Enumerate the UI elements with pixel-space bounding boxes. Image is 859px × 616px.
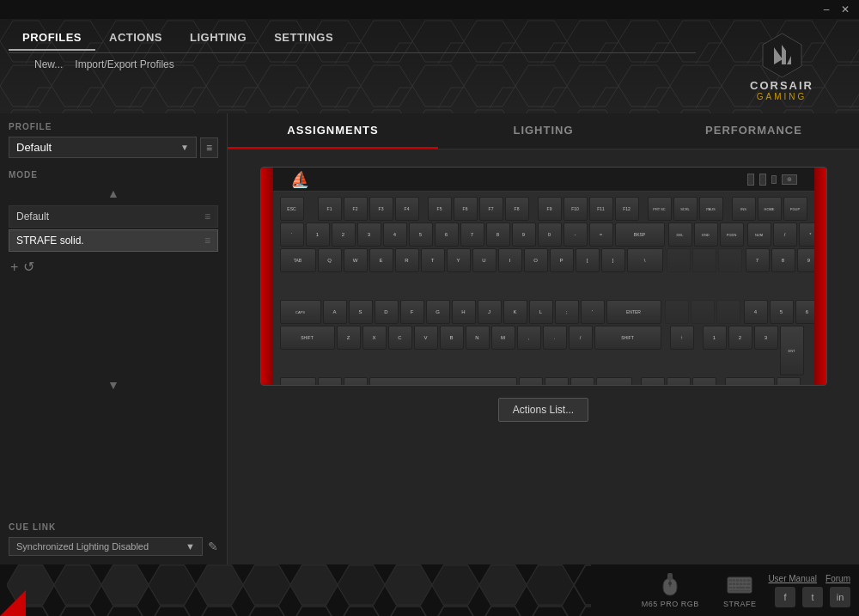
linkedin-icon[interactable]: in (830, 587, 850, 607)
key-left[interactable]: ← (641, 377, 665, 386)
tab-lighting[interactable]: LIGHTING (176, 26, 260, 51)
key-h[interactable]: H (452, 300, 476, 324)
key-g[interactable]: G (426, 300, 450, 324)
key-ins[interactable]: INS (732, 197, 756, 221)
mode-down-button[interactable]: ▼ (9, 378, 218, 392)
key-num5[interactable]: 5 (770, 300, 794, 324)
key-x[interactable]: X (362, 326, 387, 350)
key-r[interactable]: R (395, 248, 419, 272)
profile-dropdown[interactable]: Default ▼ (9, 137, 197, 158)
key-enter[interactable]: ENTER (606, 300, 661, 324)
key-i[interactable]: I (498, 248, 522, 272)
key-semicolon[interactable]: ; (555, 300, 579, 324)
key-lshift[interactable]: SHIFT (280, 326, 335, 350)
key-f3[interactable]: F3 (369, 197, 393, 221)
key-up[interactable]: ↑ (670, 326, 694, 350)
device-thumb-keyboard[interactable]: STRAFE (711, 572, 769, 608)
key-nav-sp2[interactable] (691, 300, 715, 324)
key-f10[interactable]: F10 (564, 197, 588, 221)
key-u[interactable]: U (472, 248, 497, 272)
key-comma[interactable]: , (517, 326, 541, 350)
key-nav-sp1[interactable] (665, 300, 689, 324)
key-minus[interactable]: - (564, 223, 588, 247)
key-7[interactable]: 7 (460, 223, 484, 247)
key-f[interactable]: F (400, 300, 424, 324)
key-num4[interactable]: 4 (744, 300, 768, 324)
key-period[interactable]: . (543, 326, 567, 350)
key-f9[interactable]: F9 (538, 197, 562, 221)
key-nav-pgdn[interactable] (718, 248, 742, 272)
key-v[interactable]: V (414, 326, 438, 350)
key-b[interactable]: B (440, 326, 464, 350)
key-5[interactable]: 5 (409, 223, 433, 247)
key-s[interactable]: S (349, 300, 373, 324)
key-n[interactable]: N (466, 326, 490, 350)
refresh-mode-button[interactable]: ↺ (23, 259, 34, 275)
key-quote[interactable]: ' (581, 300, 605, 324)
actions-list-button[interactable]: Actions List... (498, 398, 588, 422)
key-3[interactable]: 3 (357, 223, 381, 247)
key-numminus[interactable]: - (825, 223, 827, 247)
key-scrl[interactable]: SCRL (673, 197, 698, 221)
key-y[interactable]: Y (447, 248, 471, 272)
key-nav-sp3[interactable] (716, 300, 740, 324)
key-num3[interactable]: 3 (754, 326, 778, 350)
key-8[interactable]: 8 (486, 223, 510, 247)
sub-nav-import-export[interactable]: Import/Export Profiles (75, 58, 174, 70)
key-f1[interactable]: F1 (318, 197, 342, 221)
mode-item-default[interactable]: Default ≡ (9, 205, 218, 228)
key-pgdn[interactable]: PGDN (720, 223, 744, 247)
cue-edit-button[interactable]: ✎ (208, 540, 218, 553)
key-numdiv[interactable]: / (773, 223, 797, 247)
key-e[interactable]: E (369, 248, 393, 272)
add-mode-button[interactable]: + (10, 259, 18, 275)
tab-assignments[interactable]: ASSIGNMENTS (228, 113, 438, 149)
key-a[interactable]: A (323, 300, 347, 324)
key-paus[interactable]: PAUS (699, 197, 723, 221)
key-f4[interactable]: F4 (395, 197, 419, 221)
key-t[interactable]: T (421, 248, 445, 272)
key-app[interactable]: APP (570, 377, 594, 386)
key-2[interactable]: 2 (332, 223, 356, 247)
key-p[interactable]: P (550, 248, 574, 272)
key-0[interactable]: 0 (538, 223, 562, 247)
key-9[interactable]: 9 (512, 223, 536, 247)
key-4[interactable]: 4 (383, 223, 407, 247)
twitter-icon[interactable]: t (802, 587, 823, 607)
facebook-icon[interactable]: f (775, 587, 795, 607)
key-pgup[interactable]: PGUP (783, 197, 807, 221)
key-nav-end[interactable] (692, 248, 716, 272)
key-lctrl[interactable]: CTRL (280, 377, 316, 386)
key-f8[interactable]: F8 (505, 197, 529, 221)
key-f7[interactable]: F7 (479, 197, 503, 221)
key-num7[interactable]: 7 (746, 248, 770, 272)
key-rbracket[interactable]: ] (601, 248, 625, 272)
key-equals[interactable]: = (589, 223, 613, 247)
tab-settings[interactable]: SETTINGS (260, 26, 347, 51)
key-nav-del[interactable] (667, 248, 691, 272)
key-fn[interactable]: FN (545, 377, 569, 386)
key-num9[interactable]: 9 (797, 248, 821, 272)
key-f12[interactable]: F12 (615, 197, 639, 221)
key-num1[interactable]: 1 (703, 326, 727, 350)
key-f5[interactable]: F5 (428, 197, 452, 221)
key-right[interactable]: → (692, 377, 716, 386)
key-z[interactable]: Z (337, 326, 361, 350)
key-tab[interactable]: TAB (280, 248, 316, 272)
key-rctrl[interactable]: CTRL (596, 377, 632, 386)
key-d[interactable]: D (375, 300, 399, 324)
key-del[interactable]: DEL (668, 223, 692, 247)
key-f6[interactable]: F6 (454, 197, 478, 221)
key-m[interactable]: M (491, 326, 515, 350)
key-num8[interactable]: 8 (771, 248, 795, 272)
key-esc[interactable]: ESC (280, 197, 304, 221)
sub-nav-new[interactable]: New... (34, 58, 63, 70)
key-win[interactable]: ⊞ (318, 377, 342, 386)
user-manual-link[interactable]: User Manual (768, 574, 817, 583)
key-l[interactable]: L (529, 300, 553, 324)
key-1[interactable]: 1 (306, 223, 330, 247)
tab-performance[interactable]: PERFORMANCE (649, 113, 859, 149)
key-rshift[interactable]: SHIFT (594, 326, 661, 350)
minimize-button[interactable]: – (819, 3, 833, 16)
key-ralt[interactable]: ALT (519, 377, 543, 386)
